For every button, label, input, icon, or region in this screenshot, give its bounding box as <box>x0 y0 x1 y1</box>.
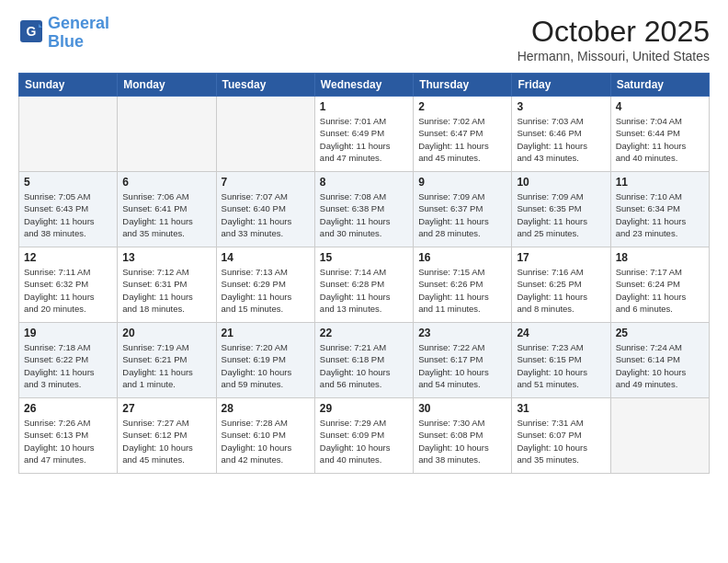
day-number: 10 <box>517 176 605 189</box>
table-row: 2Sunrise: 7:02 AMSunset: 6:47 PMDaylight… <box>414 97 512 172</box>
table-row: 13Sunrise: 7:12 AMSunset: 6:31 PMDayligh… <box>118 247 216 323</box>
calendar-week-row: 12Sunrise: 7:11 AMSunset: 6:32 PMDayligh… <box>19 247 710 323</box>
day-number: 25 <box>616 327 704 339</box>
day-info: Sunrise: 7:20 AMSunset: 6:19 PMDaylight:… <box>222 341 310 390</box>
day-number: 31 <box>517 402 605 415</box>
day-info: Sunrise: 7:11 AMSunset: 6:32 PMDaylight:… <box>24 266 112 315</box>
day-info: Sunrise: 7:30 AMSunset: 6:08 PMDaylight:… <box>418 417 506 465</box>
calendar-week-row: 19Sunrise: 7:18 AMSunset: 6:22 PMDayligh… <box>19 323 710 398</box>
table-row: 23Sunrise: 7:22 AMSunset: 6:17 PMDayligh… <box>414 323 512 398</box>
table-row: 25Sunrise: 7:24 AMSunset: 6:14 PMDayligh… <box>610 323 709 398</box>
day-number: 6 <box>122 176 210 189</box>
day-info: Sunrise: 7:01 AMSunset: 6:49 PMDaylight:… <box>320 115 408 164</box>
day-info: Sunrise: 7:07 AMSunset: 6:40 PMDaylight:… <box>222 190 310 239</box>
day-info: Sunrise: 7:03 AMSunset: 6:46 PMDaylight:… <box>517 115 605 164</box>
day-info: Sunrise: 7:14 AMSunset: 6:28 PMDaylight:… <box>320 266 408 315</box>
table-row: 10Sunrise: 7:09 AMSunset: 6:35 PMDayligh… <box>512 172 610 247</box>
table-row: 16Sunrise: 7:15 AMSunset: 6:26 PMDayligh… <box>414 247 512 323</box>
day-info: Sunrise: 7:06 AMSunset: 6:41 PMDaylight:… <box>122 190 210 239</box>
day-number: 29 <box>320 402 408 415</box>
day-number: 8 <box>320 176 408 189</box>
table-row: 26Sunrise: 7:26 AMSunset: 6:13 PMDayligh… <box>19 398 118 474</box>
table-row: 8Sunrise: 7:08 AMSunset: 6:38 PMDaylight… <box>314 172 413 247</box>
day-number: 20 <box>122 327 210 339</box>
table-row: 31Sunrise: 7:31 AMSunset: 6:07 PMDayligh… <box>512 398 610 474</box>
table-row: 30Sunrise: 7:30 AMSunset: 6:08 PMDayligh… <box>414 398 512 474</box>
calendar: Sunday Monday Tuesday Wednesday Thursday… <box>18 73 710 474</box>
table-row: 24Sunrise: 7:23 AMSunset: 6:15 PMDayligh… <box>512 323 610 398</box>
day-info: Sunrise: 7:27 AMSunset: 6:12 PMDaylight:… <box>122 417 210 465</box>
day-info: Sunrise: 7:26 AMSunset: 6:13 PMDaylight:… <box>24 417 112 465</box>
day-number: 13 <box>122 251 210 264</box>
table-row <box>610 398 709 474</box>
day-info: Sunrise: 7:09 AMSunset: 6:37 PMDaylight:… <box>418 190 506 239</box>
day-number: 18 <box>616 251 704 264</box>
day-info: Sunrise: 7:18 AMSunset: 6:22 PMDaylight:… <box>24 341 112 390</box>
day-number: 11 <box>616 176 704 189</box>
day-number: 23 <box>418 327 506 339</box>
day-info: Sunrise: 7:23 AMSunset: 6:15 PMDaylight:… <box>517 341 605 390</box>
day-info: Sunrise: 7:24 AMSunset: 6:14 PMDaylight:… <box>616 341 704 390</box>
day-info: Sunrise: 7:16 AMSunset: 6:25 PMDaylight:… <box>517 266 605 315</box>
day-info: Sunrise: 7:17 AMSunset: 6:24 PMDaylight:… <box>616 266 704 315</box>
day-number: 5 <box>24 176 112 189</box>
col-thursday: Thursday <box>414 74 512 97</box>
calendar-header-row: Sunday Monday Tuesday Wednesday Thursday… <box>19 74 710 97</box>
col-tuesday: Tuesday <box>216 74 314 97</box>
day-number: 7 <box>222 176 310 189</box>
day-info: Sunrise: 7:02 AMSunset: 6:47 PMDaylight:… <box>418 115 506 164</box>
table-row: 22Sunrise: 7:21 AMSunset: 6:18 PMDayligh… <box>314 323 413 398</box>
col-friday: Friday <box>512 74 610 97</box>
day-info: Sunrise: 7:22 AMSunset: 6:17 PMDaylight:… <box>418 341 506 390</box>
day-number: 26 <box>24 402 112 415</box>
day-number: 21 <box>222 327 310 339</box>
table-row: 19Sunrise: 7:18 AMSunset: 6:22 PMDayligh… <box>19 323 118 398</box>
table-row: 27Sunrise: 7:27 AMSunset: 6:12 PMDayligh… <box>118 398 216 474</box>
day-number: 15 <box>320 251 408 264</box>
table-row: 17Sunrise: 7:16 AMSunset: 6:25 PMDayligh… <box>512 247 610 323</box>
table-row: 4Sunrise: 7:04 AMSunset: 6:44 PMDaylight… <box>610 97 709 172</box>
day-info: Sunrise: 7:19 AMSunset: 6:21 PMDaylight:… <box>122 341 210 390</box>
col-saturday: Saturday <box>610 74 709 97</box>
page-container: G GeneralBlue October 2025 Hermann, Miss… <box>0 0 728 563</box>
header: G GeneralBlue October 2025 Hermann, Miss… <box>18 15 710 63</box>
day-number: 28 <box>222 402 310 415</box>
logo: G GeneralBlue <box>18 15 109 52</box>
title-block: October 2025 Hermann, Missouri, United S… <box>518 15 710 63</box>
day-info: Sunrise: 7:10 AMSunset: 6:34 PMDaylight:… <box>616 190 704 239</box>
day-info: Sunrise: 7:05 AMSunset: 6:43 PMDaylight:… <box>24 190 112 239</box>
table-row: 9Sunrise: 7:09 AMSunset: 6:37 PMDaylight… <box>414 172 512 247</box>
table-row: 1Sunrise: 7:01 AMSunset: 6:49 PMDaylight… <box>314 97 413 172</box>
table-row <box>118 97 216 172</box>
col-monday: Monday <box>118 74 216 97</box>
day-info: Sunrise: 7:04 AMSunset: 6:44 PMDaylight:… <box>616 115 704 164</box>
day-number: 17 <box>517 251 605 264</box>
day-number: 24 <box>517 327 605 339</box>
table-row: 5Sunrise: 7:05 AMSunset: 6:43 PMDaylight… <box>19 172 118 247</box>
day-number: 27 <box>122 402 210 415</box>
table-row: 18Sunrise: 7:17 AMSunset: 6:24 PMDayligh… <box>610 247 709 323</box>
calendar-week-row: 26Sunrise: 7:26 AMSunset: 6:13 PMDayligh… <box>19 398 710 474</box>
day-number: 14 <box>222 251 310 264</box>
day-info: Sunrise: 7:12 AMSunset: 6:31 PMDaylight:… <box>122 266 210 315</box>
calendar-week-row: 1Sunrise: 7:01 AMSunset: 6:49 PMDaylight… <box>19 97 710 172</box>
day-number: 9 <box>418 176 506 189</box>
day-number: 1 <box>320 100 408 113</box>
table-row <box>19 97 118 172</box>
day-number: 16 <box>418 251 506 264</box>
table-row: 15Sunrise: 7:14 AMSunset: 6:28 PMDayligh… <box>314 247 413 323</box>
day-info: Sunrise: 7:09 AMSunset: 6:35 PMDaylight:… <box>517 190 605 239</box>
day-number: 30 <box>418 402 506 415</box>
table-row <box>216 97 314 172</box>
table-row: 12Sunrise: 7:11 AMSunset: 6:32 PMDayligh… <box>19 247 118 323</box>
month-title: October 2025 <box>518 15 710 49</box>
day-number: 4 <box>616 100 704 113</box>
day-number: 3 <box>517 100 605 113</box>
logo-icon: G <box>18 18 44 44</box>
table-row: 21Sunrise: 7:20 AMSunset: 6:19 PMDayligh… <box>216 323 314 398</box>
day-info: Sunrise: 7:13 AMSunset: 6:29 PMDaylight:… <box>222 266 310 315</box>
day-info: Sunrise: 7:15 AMSunset: 6:26 PMDaylight:… <box>418 266 506 315</box>
day-number: 22 <box>320 327 408 339</box>
table-row: 7Sunrise: 7:07 AMSunset: 6:40 PMDaylight… <box>216 172 314 247</box>
table-row: 29Sunrise: 7:29 AMSunset: 6:09 PMDayligh… <box>314 398 413 474</box>
